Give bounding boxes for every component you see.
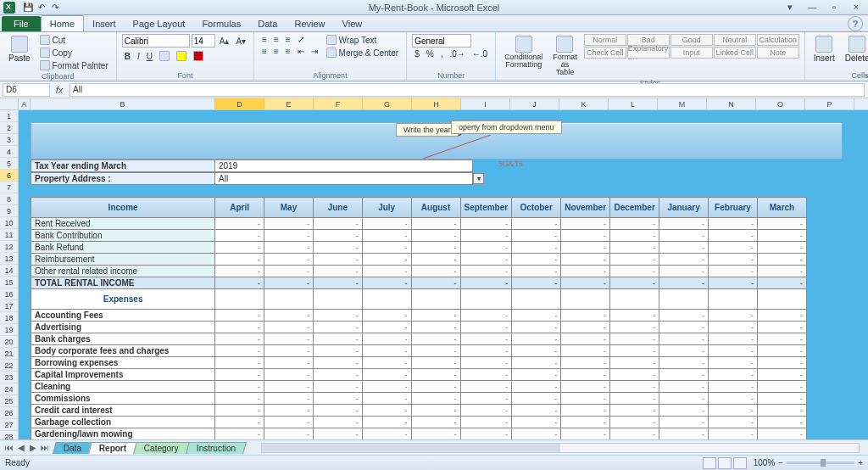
align-right-icon[interactable]: ≡ [283,46,293,57]
cell[interactable]: - [264,266,314,277]
file-tab[interactable]: File [2,16,41,31]
cell[interactable]: - [757,369,806,381]
cell[interactable]: - [264,417,314,428]
cell[interactable]: - [561,218,610,230]
horizontal-scrollbar[interactable] [261,443,860,453]
cell[interactable]: - [709,333,758,345]
column-header-E[interactable]: E [264,98,314,109]
cell[interactable]: - [362,254,411,266]
align-center-icon[interactable]: ≡ [271,46,281,57]
cell[interactable]: - [460,369,512,381]
cell[interactable]: - [362,405,411,417]
cell[interactable]: - [659,218,709,230]
cell[interactable]: - [264,254,314,266]
cell[interactable]: - [313,266,362,277]
cell[interactable]: - [512,218,561,230]
dec-decimal-icon[interactable]: ←.0 [470,48,490,59]
cell[interactable]: - [460,405,512,417]
cell[interactable]: - [215,310,264,322]
sheet-tab-data[interactable]: Data [53,442,92,454]
tax-year-value[interactable]: 2019 [215,159,473,172]
style-good[interactable]: Good [670,34,713,46]
cell[interactable] [411,289,460,310]
cell[interactable]: - [709,345,758,357]
bold-button[interactable]: B [122,50,133,62]
style-note[interactable]: Note [757,47,799,59]
cell[interactable]: - [264,230,314,242]
row-header-6[interactable]: 6 [0,170,18,182]
undo-icon[interactable]: ↶ [36,2,47,14]
cell[interactable]: - [709,405,758,417]
save-icon[interactable]: 💾 [22,2,34,14]
sheet-nav-first-icon[interactable]: ⏮ [3,443,15,452]
cell[interactable] [610,289,659,310]
cell[interactable]: - [460,345,512,357]
row-header-17[interactable]: 17 [0,300,18,312]
cell[interactable]: - [411,277,460,289]
cell[interactable]: - [757,333,806,345]
column-header-D[interactable]: D [215,98,264,109]
cell[interactable]: - [757,218,806,230]
column-header-O[interactable]: O [756,98,805,109]
cell[interactable]: - [659,310,709,322]
scrollbar-thumb[interactable] [262,444,560,452]
cell[interactable]: - [215,277,264,289]
column-header-A[interactable]: A [19,98,31,109]
cell[interactable]: - [264,357,314,369]
cell[interactable]: - [264,369,314,381]
row-header-26[interactable]: 26 [0,407,18,419]
cell[interactable]: - [561,405,610,417]
border-button[interactable] [157,50,172,62]
cell[interactable]: - [709,266,758,277]
cell[interactable]: - [709,218,758,230]
page-break-view-icon[interactable] [733,457,747,469]
cell[interactable]: - [561,230,610,242]
normal-view-icon[interactable] [703,457,716,469]
cell[interactable]: - [215,218,264,230]
cell[interactable]: - [757,357,806,369]
cell[interactable]: - [215,381,264,393]
property-address-value[interactable]: All▾ [215,172,473,185]
sheet-tab-report[interactable]: Report [88,442,137,454]
zoom-out-icon[interactable]: − [778,458,783,467]
cell[interactable]: - [264,277,314,289]
row-header-12[interactable]: 12 [0,241,18,253]
cell[interactable]: - [460,254,512,266]
fill-color-button[interactable] [174,50,189,62]
cell[interactable]: - [709,357,758,369]
cell[interactable]: - [757,381,806,393]
cell[interactable]: - [757,428,806,440]
sheet-tab-instruction[interactable]: Instruction [186,442,247,454]
cell[interactable]: - [215,393,264,405]
cell[interactable]: - [411,393,460,405]
cell[interactable]: - [610,369,659,381]
cell[interactable]: - [264,405,314,417]
row-header-21[interactable]: 21 [0,348,18,360]
cell[interactable]: - [362,310,411,322]
align-middle-icon[interactable]: ≡ [271,34,281,45]
cell[interactable]: - [215,230,264,242]
cell[interactable]: - [460,266,512,277]
cell[interactable]: - [362,266,411,277]
cell[interactable]: - [362,428,411,440]
sheet-nav-prev-icon[interactable]: ◀ [15,443,27,452]
cell[interactable]: - [411,322,460,333]
sheet-tab-category[interactable]: Category [133,442,189,454]
cell[interactable]: - [362,417,411,428]
cell[interactable]: - [610,218,659,230]
row-header-2[interactable]: 2 [0,122,18,134]
column-header-L[interactable]: L [609,98,658,109]
cell[interactable]: - [610,266,659,277]
cut-button[interactable]: Cut [37,34,111,46]
cell[interactable]: - [313,230,362,242]
cell[interactable]: - [757,393,806,405]
sheet-nav-next-icon[interactable]: ▶ [27,443,39,452]
cell[interactable]: - [411,218,460,230]
cell[interactable]: - [709,322,758,333]
cell[interactable]: - [460,357,512,369]
zoom-level[interactable]: 100% [754,458,776,467]
cell[interactable] [512,289,561,310]
tab-insert[interactable]: Insert [84,16,125,31]
cell[interactable]: - [313,345,362,357]
cell[interactable]: - [411,230,460,242]
